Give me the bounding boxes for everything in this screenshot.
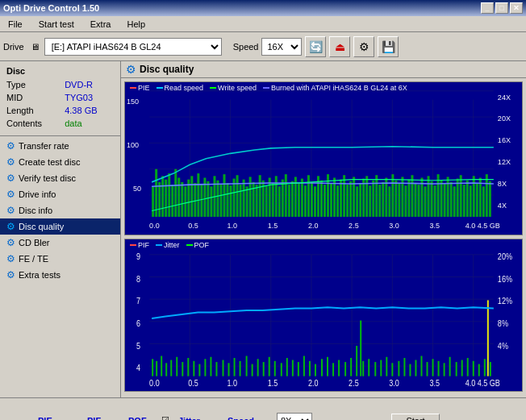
sidebar-item-drive-info[interactable]: ⚙ Drive info xyxy=(0,186,120,202)
refresh-button[interactable]: 🔄 xyxy=(305,36,326,57)
create-test-disc-icon: ⚙ xyxy=(6,156,15,168)
svg-rect-117 xyxy=(424,186,427,217)
svg-rect-194 xyxy=(263,362,265,376)
svg-rect-98 xyxy=(362,179,365,217)
svg-text:12X: 12X xyxy=(498,158,511,166)
speed-result-select[interactable]: 8X xyxy=(277,413,312,421)
svg-rect-59 xyxy=(236,175,239,217)
svg-rect-224 xyxy=(432,359,434,376)
maximize-button[interactable]: □ xyxy=(495,2,508,14)
sidebar-item-disc-quality[interactable]: ⚙ Disc quality xyxy=(0,218,120,235)
svg-rect-65 xyxy=(256,185,258,217)
svg-rect-132 xyxy=(473,176,475,217)
legend-pie: PIE xyxy=(130,84,150,92)
svg-rect-137 xyxy=(489,181,491,217)
sidebar-item-fe-te[interactable]: ⚙ FE / TE xyxy=(0,251,120,267)
menu-help[interactable]: Help xyxy=(122,18,150,31)
svg-rect-219 xyxy=(403,358,405,376)
chart2: PIF Jitter POF xyxy=(124,239,523,393)
svg-rect-182 xyxy=(193,360,194,376)
svg-rect-71 xyxy=(275,176,278,217)
sidebar-item-disc-info[interactable]: ⚙ Disc info xyxy=(0,202,120,218)
svg-rect-198 xyxy=(286,358,288,376)
svg-rect-55 xyxy=(223,174,225,217)
sidebar-item-create-test-disc[interactable]: ⚙ Create test disc xyxy=(0,154,120,170)
svg-rect-228 xyxy=(456,362,457,376)
menu-extra[interactable]: Extra xyxy=(86,18,116,31)
svg-rect-42 xyxy=(181,182,183,217)
legend-write-speed-label: Write speed xyxy=(218,84,257,92)
svg-rect-229 xyxy=(461,360,463,376)
svg-rect-54 xyxy=(219,185,222,217)
svg-rect-112 xyxy=(407,180,410,217)
charts-container: PIE Read speed Write speed Burned with A… xyxy=(121,78,526,395)
drive-select[interactable]: [E:] ATAPI iHAS624 B GL24 xyxy=(44,38,222,56)
svg-rect-199 xyxy=(292,360,294,376)
svg-rect-88 xyxy=(330,183,332,217)
save-button[interactable]: 💾 xyxy=(378,36,399,57)
svg-rect-100 xyxy=(369,185,371,217)
svg-text:12%: 12% xyxy=(498,296,512,306)
svg-rect-109 xyxy=(398,184,400,217)
sidebar-item-cd-bler-label: CD Bler xyxy=(19,238,50,247)
svg-rect-190 xyxy=(240,360,241,376)
disc-table: Type DVD-R MID TYG03 Length 4.38 GB Cont… xyxy=(3,77,117,131)
svg-rect-113 xyxy=(411,175,413,217)
legend2-pif-label: PIF xyxy=(138,241,149,249)
svg-text:4%: 4% xyxy=(498,340,508,350)
transfer-rate-icon: ⚙ xyxy=(6,140,15,152)
content-area: ⚙ Disc quality PIE Read speed xyxy=(121,61,526,397)
legend2-jitter-label: Jitter xyxy=(164,241,180,249)
svg-text:6: 6 xyxy=(136,318,140,328)
sidebar-item-transfer-rate[interactable]: ⚙ Transfer rate xyxy=(0,138,120,154)
svg-rect-92 xyxy=(343,175,345,217)
content-title: Disc quality xyxy=(140,64,194,75)
svg-rect-181 xyxy=(187,358,189,376)
svg-rect-183 xyxy=(198,364,200,376)
sidebar-item-verify-test-disc[interactable]: ⚙ Verify test disc xyxy=(0,170,120,186)
svg-rect-33 xyxy=(152,186,154,217)
svg-rect-174 xyxy=(152,359,153,376)
svg-rect-210 xyxy=(356,345,357,376)
menu-file[interactable]: File xyxy=(3,18,27,31)
svg-rect-201 xyxy=(303,356,305,376)
svg-rect-187 xyxy=(222,360,223,376)
svg-rect-188 xyxy=(228,363,230,376)
svg-rect-115 xyxy=(417,185,420,217)
svg-rect-72 xyxy=(278,186,281,217)
svg-rect-223 xyxy=(427,362,428,376)
jitter-checkbox[interactable]: ☑ xyxy=(161,415,177,420)
extra-tests-icon: ⚙ xyxy=(6,269,15,281)
legend-read-speed: Read speed xyxy=(157,84,204,92)
svg-text:3.0: 3.0 xyxy=(389,222,399,230)
svg-rect-120 xyxy=(434,185,436,217)
svg-rect-45 xyxy=(190,176,193,217)
svg-rect-130 xyxy=(466,181,469,217)
eject-button[interactable]: ⏏ xyxy=(329,36,350,57)
pif-col-header: PIF xyxy=(87,416,127,421)
svg-rect-91 xyxy=(340,180,342,217)
svg-rect-208 xyxy=(344,362,346,376)
svg-rect-231 xyxy=(473,360,474,376)
minimize-button[interactable]: _ xyxy=(481,2,494,14)
svg-rect-184 xyxy=(204,359,206,376)
start-button[interactable]: Start xyxy=(391,414,440,421)
svg-rect-189 xyxy=(234,358,236,376)
svg-rect-230 xyxy=(467,358,469,376)
speed-label: Speed xyxy=(233,42,259,52)
svg-rect-95 xyxy=(353,177,355,217)
sidebar-item-cd-bler[interactable]: ⚙ CD Bler xyxy=(0,235,120,251)
sidebar-item-extra-tests[interactable]: ⚙ Extra tests xyxy=(0,267,120,283)
svg-text:0.0: 0.0 xyxy=(149,222,160,230)
svg-rect-106 xyxy=(388,186,390,217)
svg-text:2.5: 2.5 xyxy=(349,378,359,388)
speed-select[interactable]: 16X xyxy=(261,38,302,56)
svg-rect-204 xyxy=(321,359,323,376)
menu-start-test[interactable]: Start test xyxy=(34,18,79,31)
disc-length-row: Length 4.38 GB xyxy=(5,105,115,116)
svg-rect-195 xyxy=(269,356,270,376)
close-button[interactable]: ✕ xyxy=(510,2,523,14)
svg-rect-102 xyxy=(375,175,378,217)
svg-rect-216 xyxy=(386,356,387,376)
settings-button[interactable]: ⚙ xyxy=(353,36,374,57)
